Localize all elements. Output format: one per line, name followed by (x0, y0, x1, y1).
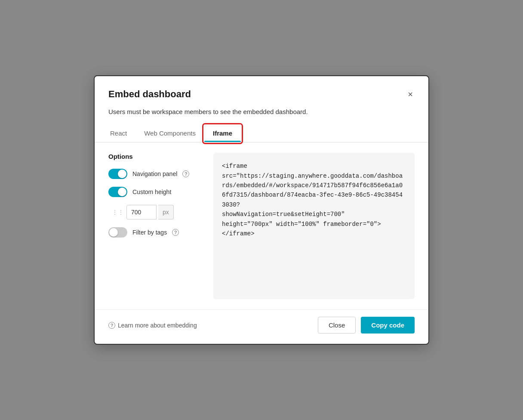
learn-more-label: Learn more about embedding (118, 322, 197, 329)
navigation-panel-label: Navigation panel (132, 170, 177, 177)
learn-more-help-icon: ? (108, 322, 115, 329)
navigation-panel-toggle[interactable] (108, 169, 127, 179)
dialog-footer: ? Learn more about embedding Close Copy … (95, 309, 428, 344)
navigation-panel-help-icon[interactable]: ? (182, 170, 189, 177)
code-panel: <iframe src="https://staging.anywhere.go… (213, 153, 415, 299)
filter-by-tags-option: Filter by tags ? (108, 227, 203, 238)
close-icon-button[interactable]: × (406, 88, 415, 100)
tab-react[interactable]: React (108, 125, 135, 142)
custom-height-label: Custom height (132, 188, 171, 195)
filter-by-tags-help-icon[interactable]: ? (172, 229, 179, 236)
custom-height-toggle[interactable] (108, 187, 127, 197)
footer-buttons: Close Copy code (318, 317, 415, 334)
options-panel: Options Navigation panel ? Custom height (108, 153, 203, 299)
drag-handle-icon: ⋮⋮ (112, 209, 124, 216)
custom-height-option: Custom height (108, 187, 203, 197)
navigation-panel-option: Navigation panel ? (108, 169, 203, 179)
height-input[interactable] (126, 205, 157, 219)
filter-by-tags-toggle[interactable] (108, 227, 127, 238)
embed-dashboard-dialog: Embed dashboard × Users must be workspac… (94, 75, 429, 345)
tab-web-components[interactable]: Web Components (135, 125, 204, 142)
filter-by-tags-label: Filter by tags (132, 229, 167, 236)
height-input-row: ⋮⋮ px (108, 205, 203, 219)
dialog-body: Options Navigation panel ? Custom height (95, 142, 428, 309)
learn-more-link[interactable]: ? Learn more about embedding (108, 322, 197, 329)
copy-code-button[interactable]: Copy code (361, 317, 415, 334)
tab-iframe[interactable]: Iframe (204, 125, 241, 142)
options-title: Options (108, 153, 203, 160)
dialog-header: Embed dashboard × (95, 76, 428, 100)
tabs-container: React Web Components Iframe (95, 117, 428, 142)
dialog-title: Embed dashboard (108, 89, 191, 100)
dialog-subtitle: Users must be workspace members to see t… (95, 100, 428, 117)
close-button[interactable]: Close (318, 317, 356, 334)
height-unit-label: px (158, 205, 174, 219)
